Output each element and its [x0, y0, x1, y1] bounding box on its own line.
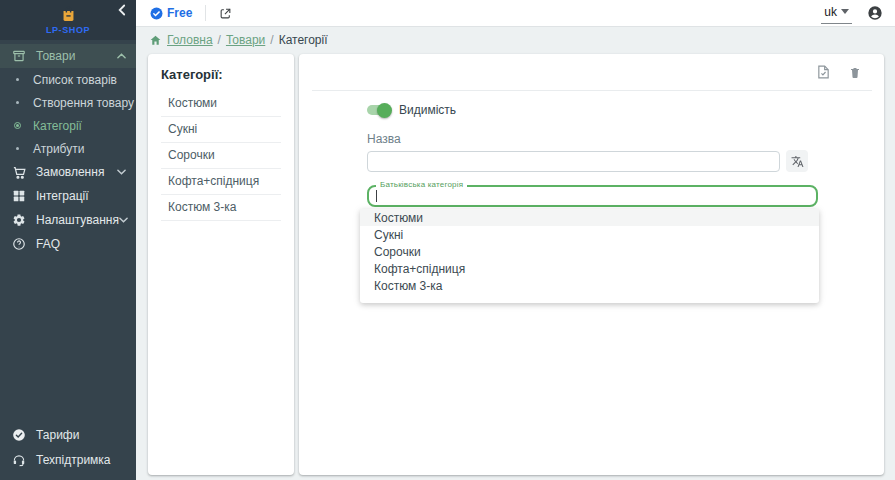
parent-category-label: Батьківська категорія — [376, 180, 467, 189]
logo-text: LP-SHOP — [46, 25, 90, 35]
bullet-icon — [13, 147, 21, 150]
sidebar-item-orders[interactable]: Замовлення — [0, 160, 136, 184]
bullet-icon — [13, 101, 21, 104]
chevron-up-icon — [117, 53, 126, 59]
products-archive-icon — [11, 48, 27, 64]
parent-category-dropdown: Костюми Сукні Сорочки Кофта+спідниця Кос… — [360, 209, 819, 303]
sidebar-item-label: Тарифи — [36, 428, 79, 442]
sidebar: LP-SHOP Товари Список товарів — [0, 0, 136, 480]
categories-list: Костюми Сукні Сорочки Кофта+спідниця Кос… — [161, 91, 281, 221]
language-value: uk — [824, 5, 837, 19]
dropdown-option[interactable]: Костюми — [360, 209, 819, 226]
category-editor-panel: Видимість Назва Батькі — [299, 54, 884, 475]
breadcrumb-link-home[interactable]: Головна — [167, 33, 213, 47]
breadcrumb-current: Категорії — [279, 33, 328, 47]
chevron-down-icon — [117, 169, 126, 175]
sidebar-item-label: FAQ — [36, 237, 60, 251]
categories-panel-title: Категорії: — [161, 67, 281, 82]
delete-button[interactable] — [849, 66, 861, 79]
caret-down-icon — [841, 9, 849, 14]
sidebar-item-tariffs[interactable]: Тарифи — [0, 422, 136, 447]
sidebar-item-label: Замовлення — [36, 165, 104, 179]
open-storefront-button[interactable] — [219, 7, 232, 20]
external-link-icon — [219, 7, 232, 20]
headset-icon — [11, 452, 27, 468]
sidebar-footer: Тарифи Техпідтримка — [0, 422, 136, 472]
translate-icon — [791, 155, 804, 168]
breadcrumb-link-products[interactable]: Товари — [226, 33, 265, 47]
help-circle-icon — [11, 236, 27, 252]
name-field-label: Назва — [367, 132, 884, 146]
trash-icon — [849, 66, 861, 79]
topbar: Free uk — [136, 0, 895, 27]
translate-button[interactable] — [786, 150, 808, 172]
breadcrumb-separator: / — [218, 33, 221, 47]
category-list-item[interactable]: Кофта+спідниця — [161, 169, 281, 195]
category-list-item[interactable]: Сорочки — [161, 143, 281, 169]
visibility-toggle-row: Видимість — [367, 103, 884, 117]
collapse-sidebar-button[interactable] — [117, 4, 126, 16]
dropdown-option[interactable]: Сорочки — [360, 243, 819, 260]
sidebar-item-label: Техпідтримка — [36, 453, 111, 467]
text-cursor — [376, 190, 377, 202]
gear-icon — [11, 212, 27, 228]
verified-check-icon — [150, 7, 163, 20]
dropdown-option[interactable]: Костюм 3-ка — [360, 277, 819, 294]
active-bullet-icon — [13, 122, 21, 129]
chevron-down-icon — [119, 217, 128, 223]
sidebar-item-faq[interactable]: FAQ — [0, 232, 136, 256]
category-list-item[interactable]: Костюм 3-ка — [161, 195, 281, 221]
main-area: Free uk — [136, 0, 895, 480]
document-check-icon — [817, 65, 830, 79]
sidebar-item-settings[interactable]: Налаштування — [0, 208, 136, 232]
shop-bag-logo-icon — [60, 6, 77, 23]
sidebar-subitem-categories[interactable]: Категорії — [0, 114, 136, 137]
sidebar-subitem-label: Атрибути — [33, 142, 84, 156]
visibility-toggle[interactable] — [367, 105, 390, 115]
name-input[interactable] — [367, 151, 780, 172]
sidebar-subitem-create-product[interactable]: Створення товару — [0, 91, 136, 114]
account-button[interactable] — [867, 5, 883, 21]
content: Головна / Товари / Категорії Категорії: … — [136, 27, 895, 480]
check-circle-icon — [11, 427, 27, 443]
sidebar-item-integrations[interactable]: Інтеграції — [0, 184, 136, 208]
sidebar-subitem-label: Категорії — [33, 119, 82, 133]
categories-panel: Категорії: Костюми Сукні Сорочки Кофта+с… — [148, 54, 294, 475]
breadcrumb-separator: / — [270, 33, 273, 47]
plan-badge[interactable]: Free — [150, 6, 192, 20]
sidebar-item-label: Товари — [36, 49, 75, 63]
app-root: LP-SHOP Товари Список товарів — [0, 0, 895, 480]
category-list-item[interactable]: Костюми — [161, 91, 281, 117]
sidebar-subitem-label: Список товарів — [33, 73, 117, 87]
breadcrumb: Головна / Товари / Категорії — [136, 27, 895, 53]
editor-toolbar — [312, 54, 872, 91]
dropdown-option[interactable]: Сукні — [360, 226, 819, 243]
plan-badge-label: Free — [167, 6, 192, 20]
sidebar-item-support[interactable]: Техпідтримка — [0, 447, 136, 472]
sidebar-nav: Товари Список товарів Створення товару К… — [0, 44, 136, 256]
sidebar-item-products[interactable]: Товари — [0, 44, 136, 68]
parent-category-field[interactable]: Батьківська категорія — [367, 185, 818, 207]
sidebar-header: LP-SHOP — [0, 0, 136, 40]
apps-grid-icon — [11, 188, 27, 204]
visibility-label: Видимість — [399, 103, 456, 117]
account-circle-icon — [867, 5, 883, 21]
language-select[interactable]: uk — [821, 3, 852, 24]
category-list-item[interactable]: Сукні — [161, 117, 281, 143]
sidebar-subitem-product-list[interactable]: Список товарів — [0, 68, 136, 91]
sidebar-subitem-attributes[interactable]: Атрибути — [0, 137, 136, 160]
dropdown-option[interactable]: Кофта+спідниця — [360, 260, 819, 277]
sidebar-subitem-label: Створення товару — [33, 96, 134, 110]
save-button[interactable] — [817, 65, 830, 79]
bullet-icon — [13, 78, 21, 81]
home-icon — [149, 34, 162, 47]
cart-icon — [11, 164, 27, 180]
sidebar-item-label: Налаштування — [36, 213, 119, 227]
sidebar-item-label: Інтеграції — [36, 189, 89, 203]
topbar-divider — [205, 5, 206, 21]
